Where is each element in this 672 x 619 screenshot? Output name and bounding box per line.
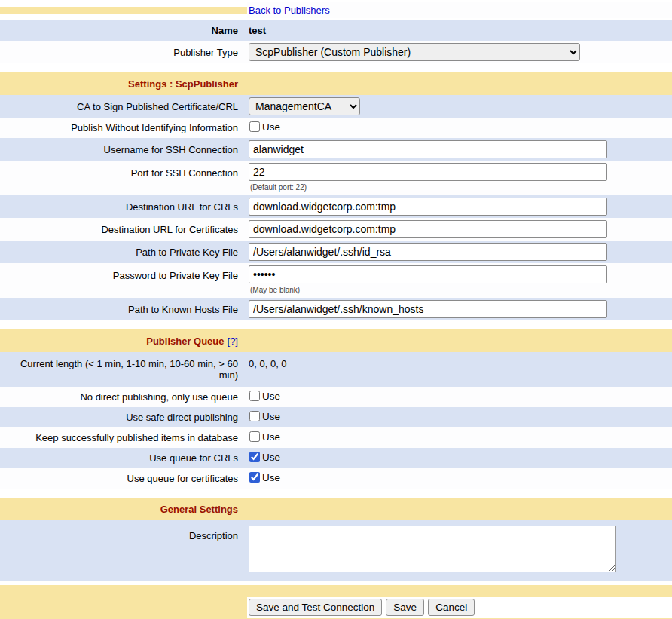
- cert-url-row: Destination URL for Certificates: [0, 218, 672, 241]
- general-header-row: General Settings: [0, 498, 672, 520]
- queue-certs-label: Use queue for certificates: [127, 473, 238, 484]
- save-button[interactable]: Save: [386, 599, 424, 616]
- settings-section-title: Settings : ScpPublisher: [128, 78, 238, 90]
- keep-published-row: Keep successfully published items in dat…: [0, 427, 672, 448]
- username-label: Username for SSH Connection: [104, 144, 238, 155]
- queue-certs-checkbox[interactable]: [249, 472, 260, 483]
- known-hosts-row: Path to Known Hosts File: [0, 298, 672, 320]
- anonymize-row: Publish Without Identifying Information …: [0, 118, 672, 138]
- username-row: Username for SSH Connection: [0, 138, 672, 161]
- ca-row: CA to Sign Published Certificate/CRL Man…: [0, 95, 672, 118]
- private-key-path-row: Path to Private Key File: [0, 241, 672, 263]
- description-textarea[interactable]: [249, 526, 616, 572]
- footer-buttons: Save and Test ConnectionSaveCancel: [247, 597, 672, 618]
- top-left-spacer: [0, 7, 247, 14]
- queue-crls-checkbox[interactable]: [249, 452, 260, 462]
- queue-help-link[interactable]: [?]: [228, 336, 238, 347]
- anonymize-checkbox[interactable]: [249, 121, 260, 132]
- publisher-type-select[interactable]: ScpPublisher (Custom Publisher): [249, 43, 580, 61]
- back-to-publishers-link[interactable]: Back to Publishers: [249, 5, 330, 16]
- keep-published-checkbox[interactable]: [249, 431, 260, 442]
- name-value: test: [249, 25, 266, 36]
- port-row: Port for SSH Connection (Default port: 2…: [0, 161, 672, 195]
- settings-header-spacer: [247, 81, 672, 86]
- crl-url-row: Destination URL for CRLs: [0, 195, 672, 218]
- keep-published-checkbox-wrap[interactable]: Use: [249, 431, 280, 443]
- crl-url-input[interactable]: [249, 198, 607, 216]
- settings-header-row: Settings : ScpPublisher: [0, 72, 672, 95]
- footer-bar: Save and Test ConnectionSaveCancel: [0, 585, 672, 619]
- anonymize-checkbox-label: Use: [262, 121, 280, 133]
- crl-url-label: Destination URL for CRLs: [126, 201, 238, 213]
- safe-direct-label: Use safe direct publishing: [126, 412, 238, 423]
- cert-url-input[interactable]: [249, 220, 607, 238]
- queue-length-row: Current length (< 1 min, 1-10 min, 10-60…: [0, 352, 672, 387]
- name-row: Name test: [0, 20, 672, 41]
- known-hosts-label: Path to Known Hosts File: [128, 304, 238, 315]
- queue-crls-checkbox-wrap[interactable]: Use: [249, 452, 280, 463]
- anonymize-label: Publish Without Identifying Information: [71, 122, 238, 133]
- port-input[interactable]: [249, 163, 607, 181]
- ca-select[interactable]: ManagementCA: [249, 97, 360, 115]
- keep-published-label: Keep successfully published items in dat…: [35, 432, 238, 443]
- safe-direct-checkbox-wrap[interactable]: Use: [249, 411, 280, 422]
- footer-left-spacer: [0, 597, 247, 618]
- queue-certs-row: Use queue for certificates Use: [0, 468, 672, 489]
- description-label: Description: [189, 530, 238, 541]
- only-queue-label: No direct publishing, only use queue: [80, 391, 238, 403]
- publisher-type-row: Publisher Type ScpPublisher (Custom Publ…: [0, 41, 672, 63]
- queue-crls-row: Use queue for CRLs Use: [0, 448, 672, 468]
- queue-section-title: Publisher Queue: [146, 336, 224, 347]
- only-queue-row: No direct publishing, only use queue Use: [0, 387, 672, 407]
- publisher-type-label: Publisher Type: [173, 47, 238, 58]
- queue-crls-label: Use queue for CRLs: [149, 452, 238, 464]
- general-section-title: General Settings: [160, 504, 238, 515]
- queue-crls-checkbox-label: Use: [262, 452, 280, 463]
- private-key-password-hint: (May be blank): [250, 286, 669, 294]
- back-link-row: Back to Publishers: [0, 0, 672, 20]
- queue-header-row: Publisher Queue[?]: [0, 329, 672, 352]
- only-queue-checkbox-label: Use: [262, 391, 280, 402]
- queue-certs-checkbox-wrap[interactable]: Use: [249, 472, 280, 483]
- port-hint: (Default port: 22): [250, 183, 669, 192]
- queue-header-spacer: [247, 339, 672, 343]
- general-section: General Settings Description: [0, 498, 672, 581]
- description-row: Description: [0, 520, 672, 581]
- username-input[interactable]: [249, 140, 607, 158]
- only-queue-checkbox-wrap[interactable]: Use: [249, 391, 280, 402]
- ca-label: CA to Sign Published Certificate/CRL: [77, 101, 238, 112]
- safe-direct-checkbox[interactable]: [249, 411, 260, 421]
- queue-length-value: 0, 0, 0, 0: [249, 358, 287, 369]
- private-key-password-input[interactable]: [249, 265, 607, 283]
- edit-publisher-page: Back to Publishers Name test Publisher T…: [0, 0, 672, 619]
- top-section: Back to Publishers Name test Publisher T…: [0, 0, 672, 63]
- anonymize-checkbox-wrap[interactable]: Use: [249, 121, 280, 133]
- queue-certs-checkbox-label: Use: [262, 472, 280, 483]
- private-key-path-label: Path to Private Key File: [136, 247, 238, 258]
- private-key-path-input[interactable]: [249, 243, 607, 261]
- name-label: Name: [212, 25, 238, 36]
- private-key-password-label: Password to Private Key File: [113, 270, 238, 281]
- general-header-spacer: [247, 507, 672, 511]
- cancel-button[interactable]: Cancel: [428, 599, 475, 616]
- private-key-password-row: Password to Private Key File (May be bla…: [0, 263, 672, 298]
- keep-published-checkbox-label: Use: [262, 431, 280, 443]
- queue-section: Publisher Queue[?] Current length (< 1 m…: [0, 329, 672, 489]
- safe-direct-row: Use safe direct publishing Use: [0, 407, 672, 427]
- queue-length-label: Current length (< 1 min, 1-10 min, 10-60…: [20, 358, 238, 381]
- safe-direct-checkbox-label: Use: [262, 411, 280, 422]
- settings-section: Settings : ScpPublisher CA to Sign Publi…: [0, 72, 672, 320]
- save-and-test-button[interactable]: Save and Test Connection: [249, 599, 382, 616]
- port-label: Port for SSH Connection: [131, 167, 238, 179]
- known-hosts-input[interactable]: [249, 300, 607, 318]
- cert-url-label: Destination URL for Certificates: [101, 224, 238, 235]
- only-queue-checkbox[interactable]: [249, 391, 260, 401]
